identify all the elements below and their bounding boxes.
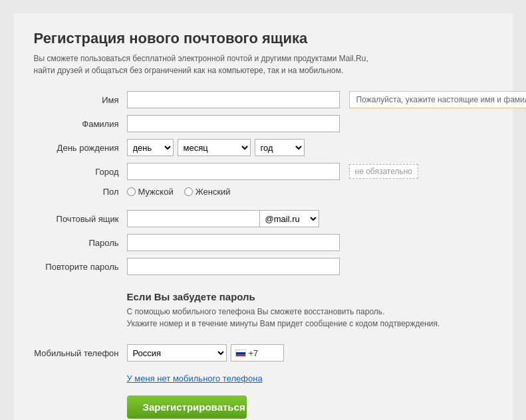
lastname-row: Фамилия [34,115,493,132]
birthday-controls: день месяц год [127,139,493,156]
radio-group: Мужской Женский [127,187,231,197]
domain-select[interactable]: @mail.ru @inbox.ru @list.ru @bk.ru [260,210,319,227]
confirm-label: Повторите пароль [34,262,127,272]
password-label: Пароль [34,238,127,248]
birthday-label: День рождения [34,143,127,153]
city-row: Город не обязательно [34,163,493,180]
lastname-controls [127,115,493,132]
city-label: Город [34,167,127,177]
page-title: Регистрация нового почтового ящика [34,30,493,47]
city-input[interactable] [127,163,340,180]
gender-label: Пол [34,187,127,197]
female-label: Женский [196,187,231,197]
lastname-input[interactable] [127,115,340,132]
registration-form: Имя Пожалуйста, укажите настоящие имя и … [34,91,493,420]
email-row: Почтовый ящик @mail.ru @inbox.ru @list.r… [34,210,493,227]
country-select[interactable]: Россия [127,344,227,362]
optional-tag: не обязательно [349,164,419,179]
gender-row: Пол Мужской Женский [34,187,493,197]
spacer1 [34,203,493,210]
page-subtitle: Вы сможете пользоваться бесплатной элект… [34,52,493,76]
city-controls: не обязательно [127,163,493,180]
phone-row-inner: Россия +7 [127,344,284,362]
female-option[interactable]: Женский [184,187,231,197]
name-tooltip: Пожалуйста, укажите настоящие имя и фами… [349,91,527,108]
phone-code-box: +7 [231,344,284,362]
confirm-input[interactable] [127,258,340,275]
name-label: Имя [34,95,127,105]
name-row: Имя Пожалуйста, укажите настоящие имя и … [34,91,493,108]
phone-label: Мобильный телефон [34,348,127,358]
female-radio[interactable] [184,187,193,196]
male-option[interactable]: Мужской [127,187,174,197]
password-controls [127,234,493,251]
recovery-section: Если Вы забудете пароль С помощью мобиль… [34,291,493,338]
no-phone-link[interactable]: У меня нет мобильного телефона [127,373,493,383]
name-controls: Пожалуйста, укажите настоящие имя и фами… [127,91,527,108]
birthday-row: День рождения день месяц год [34,139,493,156]
email-input[interactable] [127,210,260,227]
email-label: Почтовый ящик [34,214,127,224]
email-domain-group: @mail.ru @inbox.ru @list.ru @bk.ru [127,210,319,227]
month-select[interactable]: месяц [178,139,251,156]
year-select[interactable]: год [255,139,305,156]
gender-controls: Мужской Женский [127,187,493,197]
day-select[interactable]: день [127,139,174,156]
phone-row: Мобильный телефон Россия +7 [34,344,493,362]
lastname-label: Фамилия [34,119,127,129]
male-radio[interactable] [127,187,136,196]
name-input[interactable] [127,91,340,108]
russia-flag-icon [235,350,246,357]
password-input[interactable] [127,234,340,251]
phone-code: +7 [249,348,259,358]
confirm-controls [127,258,493,275]
register-button[interactable]: Зарегистрироваться [127,395,247,419]
male-label: Мужской [138,187,174,197]
password-row: Пароль [34,234,493,251]
recovery-desc: С помощью мобильного телефона Вы сможете… [127,306,493,330]
phone-controls: Россия +7 [127,344,493,362]
confirm-row: Повторите пароль [34,258,493,275]
main-container: Регистрация нового почтового ящика Вы см… [14,13,513,420]
email-controls: @mail.ru @inbox.ru @list.ru @bk.ru [127,210,493,227]
recovery-title: Если Вы забудете пароль [127,291,493,302]
